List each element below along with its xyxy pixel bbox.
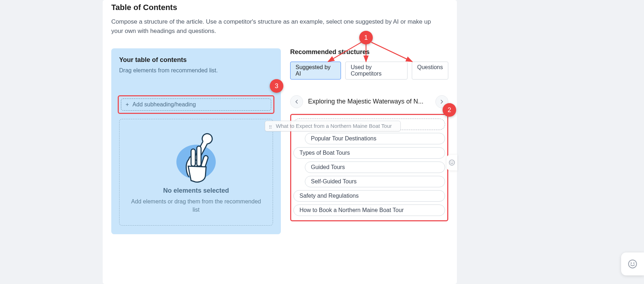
page-title: Table of Contents <box>111 3 448 12</box>
structure-tabs: Suggested by AI Used by Competitors Ques… <box>290 62 448 80</box>
svg-point-12 <box>453 162 453 162</box>
svg-point-14 <box>631 263 632 264</box>
svg-point-15 <box>634 263 634 264</box>
structure-carousel: Exploring the Majestic Waterways of N... <box>290 95 448 108</box>
feedback-button-panel[interactable] <box>447 155 457 170</box>
toc-dropzone[interactable]: No elements selected Add elements or dra… <box>119 119 273 226</box>
structure-item[interactable]: Types of Boat Tours <box>293 147 445 159</box>
toc-heading: Your table of contents <box>119 56 273 64</box>
structure-item-label: Guided Tours <box>311 164 345 170</box>
structure-list: What to Expect from a Northern Maine Boa… <box>293 119 445 216</box>
recommended-panel: Recommended structures Suggested by AI U… <box>290 48 448 234</box>
feedback-button-edge[interactable] <box>621 252 644 275</box>
svg-rect-4 <box>191 149 195 166</box>
tab-competitors[interactable]: Used by Competitors <box>345 62 408 80</box>
smile-icon <box>627 259 638 269</box>
add-heading-label: Add subheading/heading <box>132 101 196 108</box>
content-panel: Table of Contents Compose a structure of… <box>103 0 457 284</box>
recommended-heading: Recommended structures <box>290 48 448 56</box>
annotation-badge-1: 1 <box>359 31 373 44</box>
empty-subtitle: Add elements or drag them from the recom… <box>128 197 264 214</box>
carousel-prev-button[interactable] <box>290 95 303 108</box>
annotation-box-3: + Add subheading/heading <box>118 95 274 114</box>
toc-hint: Drag elements from recommended list. <box>119 67 273 74</box>
structure-item-label: What to Expect from a Northern Maine Boa… <box>276 123 392 129</box>
annotation-badge-3: 3 <box>270 79 283 93</box>
structure-item[interactable]: How to Book a Northern Maine Boat Tour <box>293 204 445 216</box>
structure-item-label: How to Book a Northern Maine Boat Tour <box>299 207 404 213</box>
annotation-badge-2: 2 <box>443 103 456 117</box>
svg-point-13 <box>629 260 637 268</box>
carousel-title: Exploring the Majestic Waterways of N... <box>306 98 433 105</box>
add-heading-button[interactable]: + Add subheading/heading <box>121 98 271 111</box>
structure-item-label: Safety and Regulations <box>299 193 358 199</box>
empty-title: No elements selected <box>163 187 229 194</box>
plus-icon: + <box>126 102 129 107</box>
svg-point-11 <box>451 162 451 162</box>
structure-item-label: Types of Boat Tours <box>299 150 350 156</box>
empty-illustration-icon <box>167 130 225 184</box>
page-subtitle: Compose a structure of the article. Use … <box>111 17 437 36</box>
toc-editor: Your table of contents Drag elements fro… <box>111 48 281 234</box>
chevron-right-icon <box>439 98 445 105</box>
svg-point-10 <box>449 160 455 165</box>
drag-handle-icon <box>269 124 273 128</box>
structure-item-label: Popular Tour Destinations <box>311 135 376 141</box>
structure-item-dragging[interactable]: What to Expect from a Northern Maine Boa… <box>265 121 401 131</box>
structure-item-label: Self-Guided Tours <box>311 178 357 184</box>
structure-item[interactable]: Popular Tour Destinations <box>305 133 445 144</box>
structure-item[interactable]: Guided Tours <box>305 162 445 173</box>
tab-suggested-ai[interactable]: Suggested by AI <box>290 62 341 80</box>
structure-item[interactable]: Safety and Regulations <box>293 190 445 202</box>
tab-questions[interactable]: Questions <box>412 62 448 80</box>
structure-item[interactable]: Self-Guided Tours <box>305 176 445 187</box>
chevron-left-icon <box>293 98 300 105</box>
smile-icon <box>448 159 455 166</box>
svg-rect-5 <box>197 146 201 166</box>
annotation-box-2: What to Expect from a Northern Maine Boa… <box>290 114 448 221</box>
